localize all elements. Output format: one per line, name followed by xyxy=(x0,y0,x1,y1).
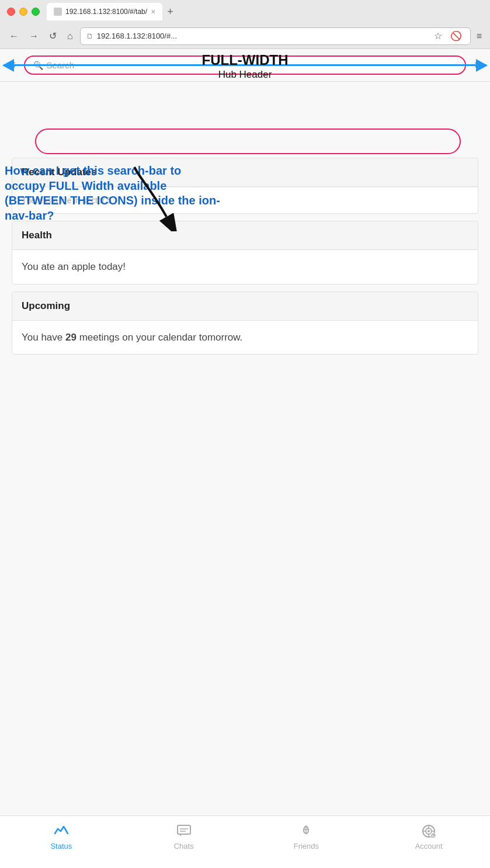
upcoming-text-suffix: meetings on your calendar tomorrow. xyxy=(77,332,242,343)
maximize-button[interactable] xyxy=(32,8,40,16)
home-button[interactable]: ⌂ xyxy=(64,29,77,44)
tab-friends[interactable]: Friends xyxy=(245,821,368,853)
health-header: Health xyxy=(12,221,478,250)
tab-account[interactable]: Account xyxy=(367,821,490,853)
status-icon xyxy=(53,823,69,839)
forward-button[interactable]: → xyxy=(26,29,42,44)
app-content: ≡ 🔍 Search ≡ FULL-WIDTH Hub Header How c… xyxy=(0,49,490,815)
content-area: How can I get this search-bar to occupy … xyxy=(0,158,490,355)
friends-icon xyxy=(298,823,314,839)
close-button[interactable] xyxy=(7,8,15,16)
status-tab-label: Status xyxy=(50,842,72,850)
ion-nav-bar-wrapper: ≡ 🔍 Search ≡ FULL-WIDTH Hub Header xyxy=(0,49,490,82)
left-menu-button[interactable]: ≡ xyxy=(6,55,19,75)
recent-updates-section: Recent Updates There is a fire in sector… xyxy=(12,158,478,214)
shield-button[interactable]: 🚫 xyxy=(448,28,464,44)
browser-nav-bar: ← → ↺ ⌂ 🗋 192.168.1.132:8100/#... ☆ 🚫 ≡ xyxy=(0,23,490,49)
health-body: You ate an apple today! xyxy=(12,250,478,284)
upcoming-header: Upcoming xyxy=(12,292,478,321)
tab-favicon xyxy=(54,8,62,16)
upcoming-card: Upcoming You have 29 meetings on your ca… xyxy=(12,291,478,355)
address-bar[interactable]: 🗋 192.168.1.132:8100/#... ☆ 🚫 xyxy=(80,27,471,45)
page-icon: 🗋 xyxy=(86,32,93,40)
account-tab-label: Account xyxy=(415,842,443,850)
tab-bar: Status Chats Friends xyxy=(0,815,490,868)
search-bar-highlight-circle xyxy=(35,129,461,154)
upcoming-body: You have 29 meetings on your calendar to… xyxy=(12,321,478,355)
right-menu-button[interactable]: ≡ xyxy=(471,55,484,75)
tab-chats[interactable]: Chats xyxy=(123,821,245,853)
tab-url: 192.168.1.132:8100/#/tab/ xyxy=(65,8,147,16)
ion-nav-bar: ≡ 🔍 Search ≡ xyxy=(0,49,490,82)
traffic-lights xyxy=(7,8,40,16)
chats-icon xyxy=(176,823,192,839)
browser-title-bar: 192.168.1.132:8100/#/tab/ × + xyxy=(0,0,490,23)
account-icon xyxy=(421,823,437,839)
search-placeholder: Search xyxy=(47,60,457,70)
upcoming-section: Upcoming You have 29 meetings on your ca… xyxy=(12,291,478,355)
tab-close-button[interactable]: × xyxy=(151,7,155,16)
minimize-button[interactable] xyxy=(19,8,27,16)
update-item-1: There is a fire in sector 5 xyxy=(12,187,478,213)
health-card: Health You ate an apple today! xyxy=(12,221,478,284)
search-bar[interactable]: 🔍 Search xyxy=(24,55,467,75)
friends-tab-label: Friends xyxy=(294,842,319,850)
new-tab-button[interactable]: + xyxy=(162,6,178,18)
recent-updates-card: Recent Updates There is a fire in sector… xyxy=(12,158,478,214)
upcoming-count: 29 xyxy=(65,332,77,343)
upcoming-text-prefix: You have xyxy=(22,332,65,343)
svg-point-7 xyxy=(428,830,430,832)
browser-tab[interactable]: 192.168.1.132:8100/#/tab/ × xyxy=(47,3,162,20)
browser-menu-button[interactable]: ≡ xyxy=(474,29,484,44)
reload-button[interactable]: ↺ xyxy=(46,28,60,44)
address-text: 192.168.1.132:8100/#... xyxy=(97,32,428,40)
search-icon: 🔍 xyxy=(33,61,43,70)
chats-tab-label: Chats xyxy=(174,842,194,850)
recent-updates-header: Recent Updates xyxy=(12,158,478,187)
star-button[interactable]: ☆ xyxy=(432,28,444,44)
health-section: Health You ate an apple today! xyxy=(12,221,478,284)
svg-rect-1 xyxy=(178,825,190,834)
back-button[interactable]: ← xyxy=(6,29,22,44)
tab-status[interactable]: Status xyxy=(0,821,123,853)
